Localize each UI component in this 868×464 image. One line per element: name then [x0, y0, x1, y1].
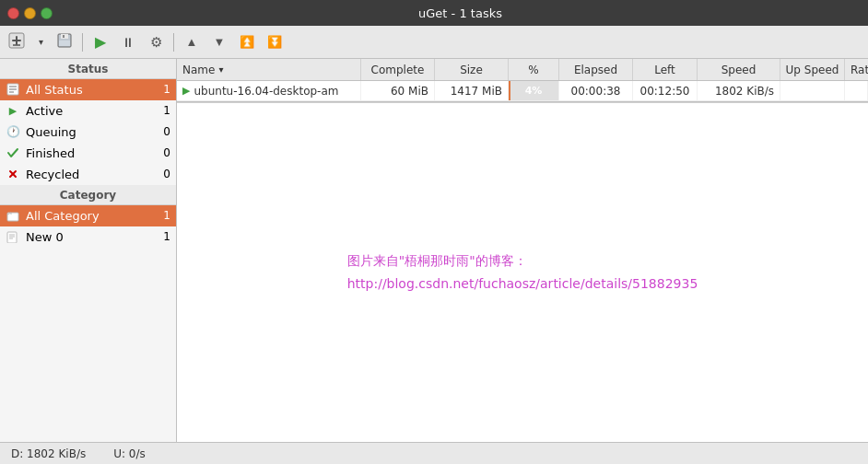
- sort-arrow: ▾: [218, 64, 223, 75]
- new-0-label: New 0: [26, 230, 156, 244]
- main-panel: Name ▾ Complete Size % Elapsed: [177, 59, 868, 442]
- header-complete[interactable]: Complete: [361, 59, 435, 80]
- cell-elapsed: 00:00:38: [559, 81, 633, 100]
- recycled-count: 0: [156, 168, 170, 180]
- recycled-icon: [6, 167, 20, 181]
- active-label: Active: [26, 104, 156, 118]
- all-category-count: 1: [156, 209, 170, 222]
- svg-rect-12: [7, 232, 17, 243]
- cell-speed: 1802 KiB/s: [698, 81, 780, 100]
- progress-fill: [509, 81, 510, 100]
- add-dropdown-button[interactable]: ▾: [31, 29, 50, 55]
- add-download-button[interactable]: [4, 29, 29, 55]
- double-arrow-up-icon: ⏫: [240, 35, 254, 49]
- header-speed[interactable]: Speed: [698, 59, 780, 80]
- window-title: uGet - 1 tasks: [60, 6, 861, 20]
- new-0-count: 1: [156, 230, 170, 243]
- row-play-icon: ▶: [182, 85, 190, 97]
- arrow-up-icon: ▲: [186, 35, 198, 49]
- watermark-line2: http://blog.csdn.net/fuchaosz/article/de…: [347, 273, 698, 296]
- header-size[interactable]: Size: [435, 59, 509, 80]
- save-icon: [56, 32, 73, 52]
- add-icon: [8, 32, 25, 52]
- watermark: 图片来自"梧桐那时雨"的博客： http://blog.csdn.net/fuc…: [347, 249, 698, 296]
- queuing-icon: 🕐: [6, 124, 20, 139]
- separator-2: [173, 33, 174, 52]
- main-container: ▾ ▶ ⏸ ⚙ ▲ ▼: [0, 26, 868, 464]
- content-area: Status All Status 1 ▶ Active 1: [0, 59, 868, 442]
- progress-text: 4%: [525, 85, 543, 97]
- sidebar-item-active[interactable]: ▶ Active 1: [0, 100, 176, 122]
- header-left[interactable]: Left: [633, 59, 698, 80]
- detail-panel: 图片来自"梧桐那时雨"的博客： http://blog.csdn.net/fuc…: [177, 102, 868, 442]
- sidebar-item-finished[interactable]: Finished 0: [0, 143, 176, 164]
- double-arrow-down-icon: ⏬: [267, 35, 282, 49]
- cell-name: ▶ ubuntu-16.04-desktop-am: [177, 81, 361, 100]
- recycled-label: Recycled: [26, 168, 156, 181]
- new-0-icon: [6, 229, 20, 244]
- cell-size: 1417 MiB: [435, 81, 509, 100]
- active-icon: ▶: [6, 103, 20, 118]
- move-up-button[interactable]: ▲: [179, 29, 205, 55]
- upload-speed-status: U: 0/s: [113, 447, 146, 460]
- status-section-label: Status: [0, 59, 176, 79]
- finished-count: 0: [156, 146, 170, 159]
- finished-label: Finished: [26, 146, 156, 160]
- queuing-count: 0: [156, 125, 170, 138]
- table-header: Name ▾ Complete Size % Elapsed: [177, 59, 868, 81]
- pause-icon: ⏸: [122, 35, 135, 50]
- gear-icon: ⚙: [150, 34, 162, 51]
- sidebar-item-queuing[interactable]: 🕐 Queuing 0: [0, 122, 176, 143]
- header-ratio[interactable]: Ratio: [845, 59, 868, 80]
- watermark-line1: 图片来自"梧桐那时雨"的博客：: [347, 249, 698, 273]
- statusbar: D: 1802 KiB/s U: 0/s: [0, 442, 868, 464]
- start-button[interactable]: ▶: [88, 29, 113, 55]
- active-count: 1: [156, 104, 170, 117]
- minimize-button[interactable]: [24, 7, 36, 19]
- all-status-icon: [6, 82, 20, 97]
- all-category-icon: [6, 208, 20, 223]
- titlebar: uGet - 1 tasks: [0, 0, 868, 26]
- download-speed-status: D: 1802 KiB/s: [11, 447, 86, 460]
- pause-button[interactable]: ⏸: [115, 29, 141, 55]
- progress-bar: 4%: [509, 81, 558, 100]
- cell-ratio: [845, 81, 868, 100]
- sidebar-item-recycled[interactable]: Recycled 0: [0, 164, 176, 185]
- save-button[interactable]: [52, 29, 77, 55]
- all-category-label: All Category: [26, 209, 156, 223]
- finished-icon: [6, 145, 20, 160]
- sidebar-item-new-0[interactable]: New 0 1: [0, 226, 176, 248]
- settings-button[interactable]: ⚙: [143, 29, 169, 55]
- header-name[interactable]: Name ▾: [177, 59, 361, 80]
- play-icon: ▶: [95, 33, 106, 51]
- all-status-count: 1: [156, 83, 170, 96]
- category-section-label: Category: [0, 185, 176, 205]
- move-top-button[interactable]: ⏫: [234, 29, 260, 55]
- header-upspeed[interactable]: Up Speed: [780, 59, 845, 80]
- table-row[interactable]: ▶ ubuntu-16.04-desktop-am 60 MiB 1417 Mi…: [177, 81, 868, 101]
- sidebar-item-all-status[interactable]: All Status 1: [0, 79, 176, 100]
- cell-left: 00:12:50: [633, 81, 698, 100]
- close-button[interactable]: [7, 7, 19, 19]
- sidebar-item-all-category[interactable]: All Category 1: [0, 205, 176, 226]
- move-down-button[interactable]: ▼: [206, 29, 232, 55]
- maximize-button[interactable]: [41, 7, 53, 19]
- move-bottom-button[interactable]: ⏬: [262, 29, 287, 55]
- separator-1: [82, 33, 83, 52]
- cell-complete: 60 MiB: [361, 81, 435, 100]
- header-pct[interactable]: %: [509, 59, 559, 80]
- svg-rect-3: [59, 41, 70, 46]
- window-controls: [7, 7, 53, 19]
- sidebar: Status All Status 1 ▶ Active 1: [0, 59, 177, 442]
- all-status-label: All Status: [26, 83, 156, 97]
- toolbar: ▾ ▶ ⏸ ⚙ ▲ ▼: [0, 26, 868, 59]
- svg-rect-4: [63, 35, 65, 38]
- chevron-down-icon: ▾: [39, 37, 43, 47]
- download-table: Name ▾ Complete Size % Elapsed: [177, 59, 868, 102]
- cell-pct: 4%: [509, 81, 559, 100]
- cell-upspeed: [780, 81, 845, 100]
- queuing-label: Queuing: [26, 125, 156, 139]
- arrow-down-icon: ▼: [214, 35, 226, 49]
- header-elapsed[interactable]: Elapsed: [559, 59, 633, 80]
